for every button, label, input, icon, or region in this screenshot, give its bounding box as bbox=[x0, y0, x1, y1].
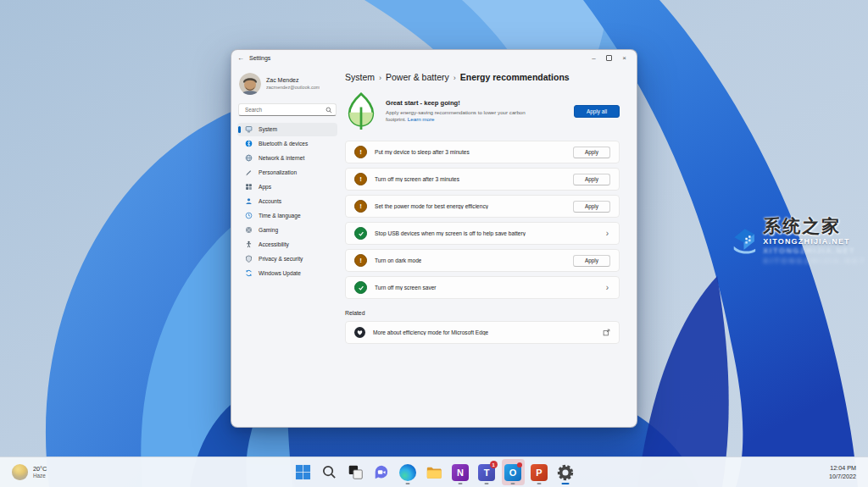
apply-button[interactable]: Apply bbox=[573, 255, 610, 267]
weather-condition: Haze bbox=[33, 473, 47, 479]
edge-efficiency-icon bbox=[354, 327, 365, 338]
maximize-icon bbox=[606, 55, 612, 61]
chat-button[interactable] bbox=[370, 459, 393, 485]
sidebar-item-bluetooth-devices[interactable]: Bluetooth & devices bbox=[237, 137, 337, 151]
avatar bbox=[239, 73, 261, 95]
recommendation-row-power-mode[interactable]: ! Set the power mode for best energy eff… bbox=[345, 195, 620, 218]
maximize-button[interactable] bbox=[603, 53, 615, 64]
edge-icon bbox=[399, 464, 416, 481]
sidebar-item-label: Accessibility bbox=[259, 241, 289, 247]
breadcrumb-separator: › bbox=[379, 74, 381, 82]
recommendation-label: Put my device to sleep after 3 minutes bbox=[375, 149, 470, 155]
minimize-button[interactable]: – bbox=[587, 53, 600, 64]
apply-all-button[interactable]: Apply all bbox=[574, 105, 620, 118]
taskbar: 20°C Haze bbox=[0, 457, 868, 487]
sidebar-item-label: Gaming bbox=[259, 227, 278, 233]
chevron-right-icon[interactable]: › bbox=[606, 284, 610, 292]
onenote-button[interactable]: N bbox=[449, 459, 472, 485]
clock-date: 10/7/2022 bbox=[829, 473, 856, 481]
sidebar-nav: System Bluetooth & devices Network bbox=[237, 122, 337, 280]
notification-dot bbox=[517, 462, 522, 468]
task-view-icon bbox=[348, 464, 364, 480]
banner-title: Great start - keep going! bbox=[386, 99, 528, 108]
running-indicator bbox=[485, 483, 489, 484]
sidebar-item-network-internet[interactable]: Network & internet bbox=[237, 152, 337, 165]
sidebar-item-apps[interactable]: Apps bbox=[237, 180, 337, 194]
gear-icon bbox=[557, 464, 574, 481]
warning-icon: ! bbox=[354, 254, 367, 267]
powerpoint-icon: P bbox=[531, 464, 548, 481]
teams-button[interactable]: T 1 bbox=[476, 459, 498, 485]
related-row-edge-efficiency[interactable]: More about efficiency mode for Microsoft… bbox=[345, 321, 620, 344]
recommendation-row-screen-off[interactable]: ! Turn off my screen after 3 minutes App… bbox=[345, 168, 620, 191]
sidebar-item-label: Personalization bbox=[259, 169, 297, 175]
powerpoint-button[interactable]: P bbox=[528, 459, 551, 485]
apply-button[interactable]: Apply bbox=[573, 147, 610, 158]
sidebar-item-gaming[interactable]: Gaming bbox=[237, 224, 337, 237]
bluetooth-icon bbox=[245, 140, 253, 147]
recommendation-label: Turn off my screen saver bbox=[375, 285, 437, 291]
start-button[interactable] bbox=[292, 459, 314, 485]
close-button[interactable]: × bbox=[618, 53, 631, 64]
watermark: 系统之家 XITONGZHIJIA.NET XITONGZHIJIA.NET X… bbox=[731, 217, 866, 265]
sidebar-item-label: Apps bbox=[259, 184, 271, 190]
recommendation-row-usb[interactable]: Stop USB devices when my screen is off t… bbox=[345, 222, 620, 245]
sidebar-item-privacy-security[interactable]: Privacy & security bbox=[237, 252, 337, 266]
widgets-weather-button[interactable]: 20°C Haze bbox=[7, 457, 52, 487]
sidebar-item-accessibility[interactable]: Accessibility bbox=[237, 238, 337, 252]
main-content: System › Power & battery › Energy recomm… bbox=[343, 66, 637, 427]
settings-taskbar-button[interactable] bbox=[554, 459, 577, 485]
breadcrumb: System › Power & battery › Energy recomm… bbox=[345, 72, 620, 82]
taskbar-clock[interactable]: 12:04 PM 10/7/2022 bbox=[826, 457, 860, 487]
chevron-right-icon[interactable]: › bbox=[606, 230, 610, 238]
sidebar-item-label: Time & language bbox=[259, 213, 301, 219]
active-running-indicator bbox=[562, 483, 570, 484]
search-icon bbox=[321, 464, 337, 480]
window-title: Settings bbox=[249, 55, 270, 61]
external-link-icon[interactable] bbox=[603, 329, 610, 336]
related-heading: Related bbox=[345, 310, 620, 316]
titlebar[interactable]: ← Settings – × bbox=[231, 50, 637, 66]
running-indicator bbox=[459, 483, 463, 484]
account-summary[interactable]: Zac Mendez zacmendez@outlook.com bbox=[237, 71, 337, 95]
recommendation-row-sleep[interactable]: ! Put my device to sleep after 3 minutes… bbox=[345, 141, 620, 163]
back-icon[interactable]: ← bbox=[237, 54, 249, 62]
check-icon bbox=[354, 281, 367, 294]
sidebar-item-label: Network & internet bbox=[259, 155, 304, 161]
recommendation-row-screen-saver[interactable]: Turn off my screen saver › bbox=[345, 276, 620, 299]
apply-button[interactable]: Apply bbox=[573, 174, 610, 185]
sidebar-item-personalization[interactable]: Personalization bbox=[237, 166, 337, 180]
edge-button[interactable] bbox=[397, 459, 420, 485]
notification-badge: 1 bbox=[490, 461, 498, 468]
search-box[interactable] bbox=[238, 103, 337, 116]
learn-more-link[interactable]: Learn more bbox=[408, 116, 435, 122]
file-explorer-button[interactable] bbox=[423, 459, 446, 485]
breadcrumb-power-battery[interactable]: Power & battery bbox=[386, 72, 449, 82]
recommendation-label: Turn on dark mode bbox=[375, 257, 421, 263]
search-input[interactable] bbox=[243, 106, 326, 113]
accessibility-person-icon bbox=[245, 241, 253, 248]
energy-banner: Great start - keep going! Apply energy-s… bbox=[345, 91, 620, 130]
windows-logo-icon bbox=[295, 464, 311, 480]
sidebar-item-time-language[interactable]: Time & language bbox=[237, 209, 337, 223]
search-button[interactable] bbox=[318, 459, 341, 485]
system-icon bbox=[245, 125, 253, 133]
user-name: Zac Mendez bbox=[266, 77, 320, 85]
recommendation-label: Set the power mode for best energy effic… bbox=[375, 203, 488, 209]
apply-button[interactable]: Apply bbox=[573, 201, 610, 213]
warning-icon: ! bbox=[354, 146, 367, 158]
running-indicator bbox=[537, 483, 542, 484]
task-view-button[interactable] bbox=[344, 459, 367, 485]
recommendation-row-dark-mode[interactable]: ! Turn on dark mode Apply bbox=[345, 249, 620, 272]
sidebar-item-accounts[interactable]: Accounts bbox=[237, 195, 337, 208]
outlook-button[interactable]: O bbox=[502, 459, 525, 485]
sidebar-item-windows-update[interactable]: Windows Update bbox=[237, 267, 337, 280]
banner-description-text: Apply energy-saving recommendations to l… bbox=[386, 109, 526, 122]
sidebar-item-system[interactable]: System bbox=[237, 123, 337, 136]
running-indicator bbox=[406, 483, 410, 484]
apps-grid-icon bbox=[245, 183, 253, 191]
globe-icon bbox=[245, 154, 253, 162]
page-title: Energy recommendations bbox=[460, 72, 570, 82]
banner-description: Apply energy-saving recommendations to l… bbox=[386, 109, 528, 124]
breadcrumb-system[interactable]: System bbox=[345, 72, 375, 82]
